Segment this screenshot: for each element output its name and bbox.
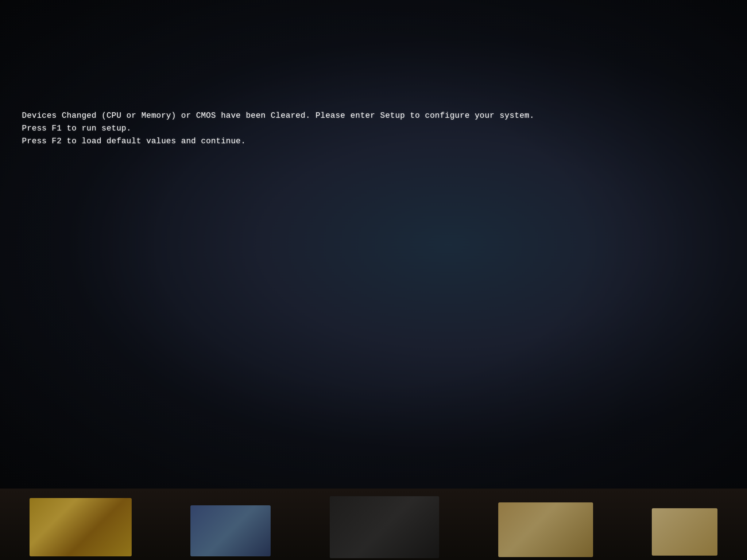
desk-object-3	[330, 496, 439, 558]
bios-line-2: Press F1 to run setup.	[22, 122, 534, 135]
desk-object-2	[190, 505, 271, 556]
vignette-overlay	[0, 0, 747, 489]
desk-object-5	[652, 508, 717, 556]
desk-area	[0, 489, 747, 560]
monitor-screen: Devices Changed (CPU or Memory) or CMOS …	[0, 0, 747, 489]
desk-object-1	[30, 498, 132, 556]
bios-line-1: Devices Changed (CPU or Memory) or CMOS …	[22, 109, 534, 122]
desk-object-4	[498, 502, 593, 557]
bios-line-3: Press F2 to load default values and cont…	[22, 135, 534, 148]
bios-message-area: Devices Changed (CPU or Memory) or CMOS …	[22, 109, 534, 148]
